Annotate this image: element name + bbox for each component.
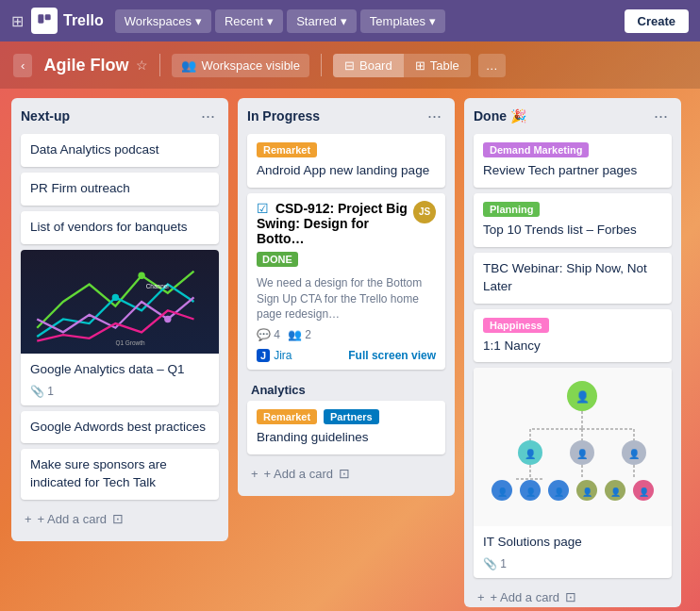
column-header: Done 🎉 ··· [474, 107, 672, 124]
app-logo: Trello [31, 8, 104, 34]
workspace-visible-button[interactable]: 👥 Workspace visible [172, 54, 309, 77]
divider [321, 54, 322, 76]
svg-rect-0 [38, 14, 43, 23]
recent-menu[interactable]: Recent ▾ [215, 9, 283, 33]
card-it-solutions[interactable]: 👤 👤 👤 👤 [474, 368, 672, 578]
column-menu-button[interactable]: ··· [424, 107, 445, 124]
column-title: Done 🎉 [474, 108, 526, 124]
template-icon[interactable]: ⊡ [112, 511, 124, 526]
label-remarket: Remarket [257, 409, 317, 424]
full-screen-button[interactable]: Full screen view [348, 349, 436, 362]
member-count: 👥 2 [288, 328, 311, 341]
column-header: Next-up ··· [21, 107, 219, 124]
star-icon[interactable]: ☆ [136, 58, 148, 73]
card-google-analytics[interactable]: Channel Q1 Growth Google Analytics data … [21, 250, 219, 405]
org-card-footer: IT Solutions page 📎 1 [474, 526, 672, 578]
board-content: Next-up ··· Data Analytics podcast PR Fi… [0, 89, 700, 611]
column-menu-button[interactable]: ··· [650, 107, 672, 124]
divider [159, 54, 160, 76]
checkbox-icon: ☑ [257, 201, 269, 216]
card-title: Android App new landing page [257, 162, 436, 180]
svg-point-2 [138, 272, 144, 278]
label-demand-marketing: Demand Marketing [483, 142, 589, 157]
label-planning: Planning [483, 202, 540, 217]
card-android-app[interactable]: Remarket Android App new landing page [247, 134, 445, 188]
template-icon[interactable]: ⊡ [339, 466, 350, 481]
section-header-analytics: Analytics [247, 375, 445, 401]
top-nav: ⊞ Trello Workspaces ▾ Recent ▾ Starred ▾… [0, 0, 700, 41]
svg-text:👤: 👤 [582, 487, 593, 498]
column-title: In Progress [247, 108, 320, 124]
tab-table[interactable]: ⊞ Table [404, 54, 471, 77]
label-remarket: Remarket [257, 142, 317, 157]
column-menu-button[interactable]: ··· [197, 107, 219, 124]
chevron-down-icon: ▾ [341, 14, 347, 28]
card-demand-marketing[interactable]: Demand Marketing Review Tech partner pag… [474, 134, 672, 188]
card-tbc-webinar[interactable]: TBC Webinar: Ship Now, Not Later [474, 253, 672, 304]
tab-board[interactable]: ⊟ Board [333, 54, 404, 77]
card-branding-guidelines[interactable]: Remarket Partners Branding guidelines [247, 401, 445, 454]
add-card-button[interactable]: + + Add a card ⊡ [474, 584, 672, 607]
svg-text:👤: 👤 [639, 487, 650, 498]
label-partners: Partners [324, 409, 379, 424]
card-title: TBC Webinar: Ship Now, Not Later [483, 260, 662, 296]
card-data-analytics-podcast[interactable]: Data Analytics podcast [21, 134, 219, 167]
card-sponsors[interactable]: Make sure sponsors are indicated for Tec… [21, 449, 219, 500]
more-views-button[interactable]: … [478, 54, 506, 77]
card-title: CSD-912: Project Big Swing: Design for B… [257, 201, 408, 246]
starred-menu[interactable]: Starred ▾ [287, 9, 357, 33]
card-title: 1:1 Nancy [483, 338, 662, 355]
svg-text:👤: 👤 [525, 487, 537, 498]
card-pr-firm-outreach[interactable]: PR Firm outreach [21, 173, 219, 206]
people-icon: 👥 [181, 58, 196, 73]
add-card-button[interactable]: + + Add a card ⊡ [247, 460, 445, 487]
add-card-button[interactable]: + + Add a card ⊡ [21, 505, 219, 532]
svg-rect-1 [45, 14, 51, 20]
create-button[interactable]: Create [625, 9, 689, 33]
svg-text:Q1 Growth: Q1 Growth [115, 339, 145, 346]
card-meta: 💬 4 👥 2 [257, 328, 436, 341]
card-top-10-trends[interactable]: Planning Top 10 Trends list – Forbes [474, 193, 672, 247]
card-title: Make sure sponsors are indicated for Tec… [30, 456, 209, 492]
done-badge: DONE [257, 252, 298, 267]
card-title: IT Solutions page [483, 534, 662, 552]
card-happiness-nancy[interactable]: Happiness 1:1 Nancy [474, 309, 672, 363]
card-title: PR Firm outreach [30, 180, 209, 198]
svg-text:👤: 👤 [554, 487, 565, 498]
workspace-visible-label: Workspace visible [201, 58, 300, 73]
template-icon[interactable]: ⊡ [565, 589, 576, 604]
chart-title: Google Analytics data – Q1 📎 1 [21, 354, 219, 405]
card-list-vendors[interactable]: List of vendors for banquets [21, 211, 219, 244]
svg-text:👤: 👤 [610, 487, 622, 498]
attachment-icon: 📎 1 [30, 385, 54, 398]
templates-menu[interactable]: Templates ▾ [360, 9, 445, 33]
comment-count: 💬 4 [257, 328, 280, 341]
workspaces-menu[interactable]: Workspaces ▾ [115, 9, 211, 33]
trello-icon [31, 8, 58, 34]
svg-text:👤: 👤 [497, 487, 508, 498]
jira-link[interactable]: J Jira [257, 349, 292, 362]
card-title: List of vendors for banquets [30, 219, 209, 237]
plus-icon: + [477, 590, 485, 604]
jira-icon: J [257, 349, 270, 362]
svg-text:👤: 👤 [628, 448, 641, 460]
board-header: ‹ Agile Flow ☆ 👥 Workspace visible ⊟ Boa… [0, 41, 700, 89]
table-icon: ⊞ [415, 58, 425, 73]
org-chart-area: 👤 👤 👤 👤 [474, 368, 672, 526]
card-csd-912[interactable]: ☑ CSD-912: Project Big Swing: Design for… [247, 193, 445, 370]
app-name: Trello [63, 12, 104, 29]
svg-text:👤: 👤 [525, 448, 537, 460]
column-done: Done 🎉 ··· Demand Marketing Review Tech … [464, 98, 681, 607]
avatar: JS [413, 201, 436, 223]
card-google-adwords[interactable]: Google Adwords best practices [21, 411, 219, 444]
grid-icon[interactable]: ⊞ [11, 12, 24, 30]
label-happiness: Happiness [483, 318, 549, 333]
svg-text:Channel: Channel [146, 283, 169, 289]
card-actions: J Jira Full screen view [257, 349, 436, 362]
collapse-sidebar-button[interactable]: ‹ [13, 54, 32, 77]
svg-point-3 [112, 293, 119, 300]
svg-text:👤: 👤 [576, 448, 589, 460]
column-header: In Progress ··· [247, 107, 445, 124]
card-description: We need a design for the Bottom Sign Up … [257, 275, 436, 322]
card-title: Google Adwords best practices [30, 419, 209, 437]
